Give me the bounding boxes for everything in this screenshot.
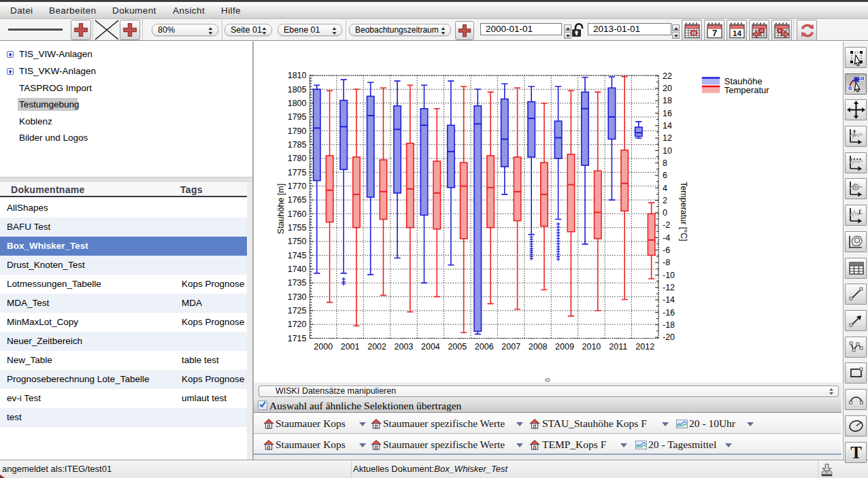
- svg-text:-14: -14: [663, 295, 675, 305]
- svg-text:2: 2: [663, 196, 667, 205]
- svg-text:2002: 2002: [367, 342, 386, 352]
- svg-text:-4: -4: [663, 233, 670, 243]
- svg-text:2001: 2001: [341, 342, 360, 352]
- svg-text:2003: 2003: [395, 342, 414, 352]
- svg-text:-16: -16: [663, 308, 675, 318]
- svg-text:1800: 1800: [288, 99, 307, 108]
- svg-text:0: 0: [663, 208, 667, 218]
- svg-text:2007: 2007: [501, 342, 520, 352]
- svg-text:1735: 1735: [288, 278, 307, 288]
- svg-text:7: 7: [712, 28, 717, 38]
- svg-text:1715: 1715: [288, 334, 307, 343]
- svg-text:-18: -18: [663, 320, 675, 330]
- svg-text:1755: 1755: [288, 223, 307, 233]
- svg-text:2011: 2011: [609, 342, 627, 352]
- svg-text:1760: 1760: [288, 209, 307, 219]
- svg-text:1770: 1770: [288, 182, 307, 191]
- svg-text:1795: 1795: [288, 112, 307, 122]
- svg-text:-12: -12: [663, 283, 675, 292]
- svg-text:18: 18: [663, 96, 672, 105]
- svg-text:14: 14: [663, 121, 672, 131]
- svg-text:2008: 2008: [529, 342, 548, 352]
- svg-text:16: 16: [663, 109, 672, 118]
- svg-text:1740: 1740: [288, 264, 307, 274]
- svg-text:-2: -2: [663, 220, 670, 230]
- svg-text:-20: -20: [663, 332, 675, 342]
- svg-text:2010: 2010: [582, 342, 601, 352]
- svg-text:10: 10: [663, 146, 672, 156]
- svg-text:2004: 2004: [421, 342, 440, 352]
- svg-text:12: 12: [663, 133, 672, 143]
- svg-text:1790: 1790: [288, 126, 307, 136]
- svg-text:1765: 1765: [288, 195, 307, 205]
- svg-text:1785: 1785: [288, 140, 307, 150]
- svg-text:8: 8: [663, 158, 667, 168]
- svg-text:-6: -6: [663, 245, 670, 255]
- svg-text:Temperatur [°C]: Temperatur [°C]: [679, 182, 688, 241]
- svg-text:Temperatur: Temperatur: [724, 85, 769, 95]
- svg-text:1805: 1805: [288, 85, 307, 95]
- svg-text:20: 20: [663, 84, 672, 93]
- svg-text:14: 14: [733, 29, 741, 37]
- svg-text:2000: 2000: [314, 342, 333, 352]
- svg-text:1730: 1730: [288, 292, 307, 302]
- svg-text:2012: 2012: [635, 342, 654, 352]
- svg-text:2009: 2009: [555, 342, 574, 352]
- svg-text:1810: 1810: [288, 71, 307, 80]
- svg-text:22: 22: [663, 71, 672, 81]
- svg-text:t: t: [858, 206, 861, 216]
- svg-text:1725: 1725: [288, 306, 307, 315]
- svg-text:1720: 1720: [288, 320, 307, 329]
- svg-text:4: 4: [663, 184, 667, 193]
- svg-text:1775: 1775: [288, 168, 307, 177]
- svg-text:2005: 2005: [448, 342, 467, 352]
- svg-text:1780: 1780: [288, 154, 307, 163]
- svg-text:6: 6: [663, 171, 667, 180]
- svg-text:Stauhöhe [m]: Stauhöhe [m]: [276, 184, 286, 234]
- svg-text:-10: -10: [663, 271, 675, 280]
- svg-text:1750: 1750: [288, 237, 307, 246]
- svg-text:T: T: [850, 443, 862, 462]
- svg-text:1745: 1745: [288, 251, 307, 260]
- svg-text:-8: -8: [663, 258, 670, 267]
- svg-text:2006: 2006: [475, 342, 494, 352]
